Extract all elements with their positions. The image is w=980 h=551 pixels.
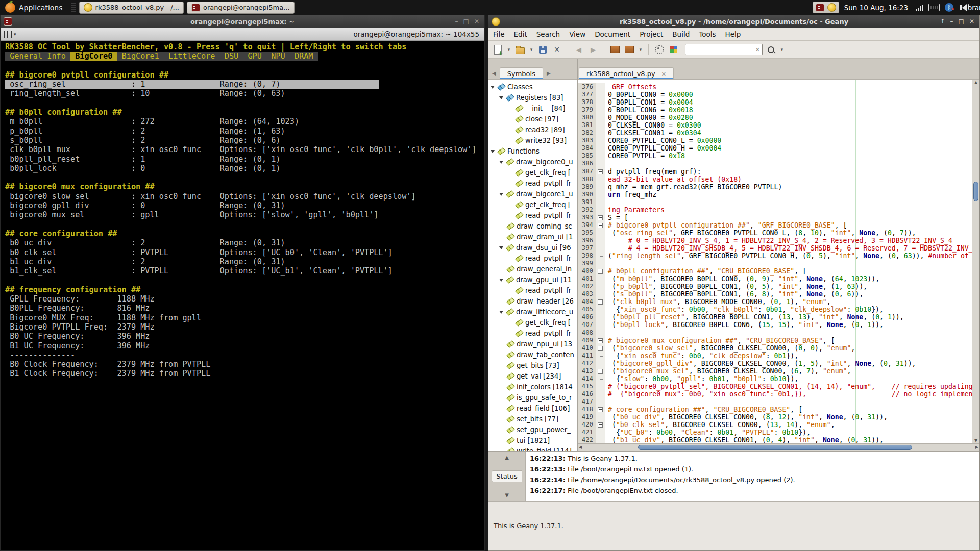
tray-terminal-icon[interactable]: [816, 4, 824, 12]
line-number[interactable]: 422: [578, 436, 596, 443]
menu-help[interactable]: Help: [721, 30, 746, 38]
tree-item-get_clk_freq-[interactable]: get_clk_freq [: [488, 317, 577, 328]
fold-collapse-icon[interactable]: [596, 168, 605, 176]
menu-project[interactable]: Project: [635, 30, 668, 38]
status-message[interactable]: 16:22:14: File /home/orangepi/Documents/…: [530, 476, 979, 487]
tree-item-get_val-234-[interactable]: get_val [234]: [488, 371, 577, 382]
line-number[interactable]: 404: [578, 298, 596, 306]
network-signal-icon[interactable]: [916, 4, 923, 11]
tab-scroll-up-icon[interactable]: ▲: [505, 455, 509, 460]
fold-collapse-icon[interactable]: [596, 214, 605, 221]
tree-item-draw_npu_ui-13[interactable]: draw_npu_ui [13: [488, 339, 577, 349]
status-message-list[interactable]: 16:22:13: This is Geany 1.37.1.16:22:13:…: [526, 452, 979, 501]
tree-item-read32-89-[interactable]: read32 [89]: [488, 124, 577, 135]
tree-item-read_pvtpll_fr[interactable]: read_pvtpll_fr: [488, 210, 577, 221]
line-number[interactable]: 379: [578, 106, 596, 114]
compile-button[interactable]: [609, 43, 621, 56]
tree-item-tui-1821-[interactable]: tui [1821]: [488, 435, 577, 446]
geany-minimize-button[interactable]: –: [950, 15, 953, 28]
line-number[interactable]: 397: [578, 244, 596, 252]
menu-edit[interactable]: Edit: [509, 30, 532, 38]
line-number[interactable]: 381: [578, 121, 596, 129]
tree-item-read_field-106-[interactable]: read_field [106]: [488, 403, 577, 414]
navigate-forward-button[interactable]: ▶: [587, 43, 599, 56]
line-number[interactable]: 387: [578, 168, 596, 176]
build-dropdown[interactable]: ▾: [638, 43, 644, 56]
tree-item-write_field-114-[interactable]: write_field [114]: [488, 446, 577, 451]
tree-item-registers-83-[interactable]: Registers [83]: [488, 92, 577, 103]
terminal-titlebar[interactable]: orangepi@orangepi5max: ~ – □ ✕: [1, 15, 484, 28]
line-number[interactable]: 392: [578, 206, 596, 214]
clear-icon[interactable]: ✕: [755, 46, 762, 53]
terminal-maximize-button[interactable]: □: [463, 15, 469, 28]
search-button[interactable]: [765, 43, 777, 56]
fold-collapse-icon[interactable]: [596, 367, 605, 375]
menu-file[interactable]: File: [488, 30, 509, 38]
taskbar-button-terminal[interactable]: orangepi@orangepi5ma...: [187, 2, 295, 14]
new-file-button[interactable]: [492, 43, 504, 56]
color-chooser-button[interactable]: [668, 43, 680, 56]
line-number[interactable]: 407: [578, 321, 596, 329]
menu-search[interactable]: Search: [532, 30, 565, 38]
expander-icon[interactable]: [499, 193, 503, 196]
tree-item-draw_dram_ui-1[interactable]: draw_dram_ui [1: [488, 232, 577, 242]
tree-item-read_pvtpll_fr[interactable]: read_pvtpll_fr: [488, 253, 577, 264]
fold-collapse-icon[interactable]: [596, 337, 605, 344]
fold-collapse-icon[interactable]: [596, 421, 605, 429]
terminal-minimize-button[interactable]: –: [455, 15, 458, 28]
save-button[interactable]: [536, 43, 549, 56]
line-number[interactable]: 399: [578, 260, 596, 267]
status-message[interactable]: 16:22:17: File /boot/orangepiEnv.txt clo…: [530, 487, 979, 497]
editor-body[interactable]: 376 GRF Offsets3770_B0PLL_CON0 = 0x00003…: [578, 80, 979, 443]
fold-collapse-icon[interactable]: [596, 344, 605, 352]
expander-icon[interactable]: [491, 86, 495, 89]
tab-scroll-right-icon[interactable]: ▶: [544, 70, 553, 79]
line-number[interactable]: 388: [578, 176, 596, 183]
vertical-scrollbar-thumb[interactable]: [973, 182, 978, 201]
line-number[interactable]: 376: [578, 83, 596, 91]
line-number[interactable]: 402: [578, 283, 596, 290]
status-message[interactable]: 16:22:13: File /boot/orangepiEnv.txt ope…: [530, 465, 979, 476]
line-number[interactable]: 401: [578, 275, 596, 283]
line-number[interactable]: 403: [578, 290, 596, 298]
tree-item-draw_dsu_ui-96[interactable]: draw_dsu_ui [96: [488, 242, 577, 253]
fold-collapse-icon[interactable]: [596, 406, 605, 413]
tree-item-is_gpu_safe_to_r[interactable]: is_gpu_safe_to_r: [488, 392, 577, 403]
line-number[interactable]: 421: [578, 429, 596, 436]
scroll-up-icon[interactable]: ▲: [972, 80, 979, 85]
terminal-layout-icon[interactable]: [4, 31, 12, 38]
scroll-right-icon[interactable]: ▶: [975, 444, 978, 451]
tree-item-write32-93-[interactable]: write32 [93]: [488, 135, 577, 146]
line-number[interactable]: 389: [578, 183, 596, 191]
line-number[interactable]: 394: [578, 221, 596, 229]
open-file-dropdown[interactable]: ▾: [528, 43, 534, 56]
line-number[interactable]: 390: [578, 191, 596, 198]
open-file-button[interactable]: [514, 43, 526, 56]
horizontal-scrollbar[interactable]: ◀ ▶: [578, 443, 979, 451]
clock[interactable]: Sun 10 Aug, 16:23: [844, 4, 908, 12]
tree-item-init_colors-1814[interactable]: init_colors [1814: [488, 382, 577, 392]
keyboard-icon[interactable]: [928, 4, 940, 11]
tree-item-draw_gpu_ui-11[interactable]: draw_gpu_ui [11: [488, 274, 577, 285]
bluetooth-icon[interactable]: ᛒ✕: [945, 3, 953, 12]
tree-item-get_bits-73-[interactable]: get_bits [73]: [488, 360, 577, 371]
line-number[interactable]: 395: [578, 229, 596, 237]
tree-item-draw_littlecore_u[interactable]: draw_littlecore_u: [488, 307, 577, 317]
tree-item-read_pvtpll_fr[interactable]: read_pvtpll_fr: [488, 285, 577, 296]
tree-item-get_clk_freq-[interactable]: get_clk_freq [: [488, 199, 577, 210]
search-dropdown[interactable]: ▾: [779, 43, 785, 56]
tab-close-icon[interactable]: ✕: [662, 71, 666, 78]
tree-item-draw_coming_sc[interactable]: draw_coming_sc: [488, 221, 577, 232]
vertical-scrollbar[interactable]: ▲ ▼: [972, 80, 979, 443]
tab-status[interactable]: Status: [492, 470, 522, 482]
applications-menu[interactable]: Applications: [0, 0, 68, 15]
taskbar-button-geany[interactable]: rk3588_octool_v8.py - /...: [79, 2, 184, 14]
new-file-dropdown[interactable]: ▾: [506, 43, 512, 56]
tree-item-get_clk_freq-[interactable]: get_clk_freq [: [488, 167, 577, 178]
geany-titlebar[interactable]: rk3588_octool_v8.py - /home/orangepi/Doc…: [488, 15, 979, 28]
line-number[interactable]: 408: [578, 329, 596, 337]
line-number[interactable]: 378: [578, 98, 596, 106]
fold-collapse-icon[interactable]: [596, 221, 605, 229]
line-number[interactable]: 377: [578, 91, 596, 98]
tree-item-close-97-[interactable]: close [97]: [488, 114, 577, 124]
